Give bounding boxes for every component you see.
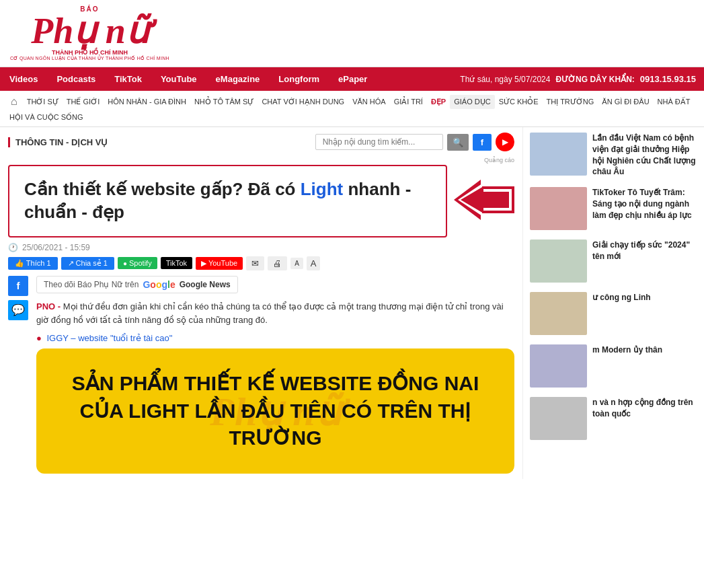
- article-inner: Theo dõi Báo Phụ Nữ trên Google Google N…: [36, 276, 514, 474]
- sidebar-text-4: ư công ng Linh: [592, 292, 651, 303]
- sidebar-text-2: TikToker Tô Tuyết Trâm: Sáng tạo nội dun…: [592, 187, 697, 221]
- cat-giao-duc[interactable]: GIÁO DỤC: [450, 95, 494, 109]
- sidebar-image-6: [530, 397, 587, 440]
- tiktok-button[interactable]: TikTok: [161, 257, 192, 269]
- sidebar-image-1: [530, 133, 587, 176]
- article-title-banner: Cần thiết kế website gấp? Đã có Light nh…: [8, 165, 514, 237]
- nav-item-longform[interactable]: Longform: [269, 67, 329, 91]
- logo-phu-nu: Phụ nữ: [31, 13, 149, 49]
- cat-the-gioi[interactable]: THẾ GIỚI: [63, 95, 104, 109]
- ad-indicator: Quảng cáo: [8, 157, 514, 163]
- cat-thi-truong[interactable]: THỊ TRƯỜNG: [543, 95, 598, 109]
- clock-icon: 🕐: [8, 243, 18, 252]
- article-title: Cần thiết kế website gấp? Đã có Light nh…: [24, 178, 431, 224]
- main-content: THÔNG TIN - DỊCH VỤ 🔍 f ▶ Quảng cáo Cần …: [0, 127, 522, 479]
- article-title-box: Cần thiết kế website gấp? Đã có Light nh…: [8, 165, 447, 237]
- search-button[interactable]: 🔍: [447, 134, 469, 151]
- home-icon[interactable]: ⌂: [5, 93, 23, 110]
- fb-share-button[interactable]: ↗ Chia sẻ 1: [61, 257, 114, 270]
- spotify-button[interactable]: ● Spotify: [118, 257, 157, 269]
- article-title-prefix: Cần thiết kế website gấp? Đã có: [24, 179, 301, 199]
- article-list-item: ● IGGY – website "tuổi trẻ tài cao": [36, 333, 514, 343]
- nav-item-podcasts[interactable]: Podcasts: [47, 67, 105, 91]
- cat-giai-tri[interactable]: GIẢI TRÍ: [390, 95, 427, 109]
- sidebar-text-6: n và n hợp cộng đồng trên toàn quốc: [592, 397, 697, 420]
- sidebar-item-5[interactable]: m Modern ủy thân: [530, 344, 697, 388]
- main-layout: THÔNG TIN - DỊCH VỤ 🔍 f ▶ Quảng cáo Cần …: [0, 127, 704, 479]
- sidebar-image-3: [530, 240, 587, 283]
- arrow-decoration: [454, 180, 514, 223]
- section-header: THÔNG TIN - DỊCH VỤ 🔍 f ▶: [8, 133, 514, 151]
- google-news-text: Theo dõi Báo Phụ Nữ trên: [44, 280, 139, 289]
- article-pno: PNO -: [36, 301, 61, 311]
- share-bar: 👍 Thích 1 ↗ Chia sẻ 1 ● Spotify TikTok ▶…: [8, 256, 514, 270]
- side-facebook-button[interactable]: f: [8, 276, 28, 296]
- youtube-share-button[interactable]: ▶ YouTube: [196, 257, 243, 270]
- hotline-number: 0913.15.93.15: [640, 74, 696, 84]
- section-title: THÔNG TIN - DỊCH VỤ: [8, 137, 108, 147]
- list-item-text: IGGY – website "tuổi trẻ tài cao": [46, 333, 172, 343]
- font-small-button[interactable]: A: [290, 258, 303, 269]
- cat-thoi-su[interactable]: THỜI SỰ: [23, 95, 63, 109]
- sidebar-item-3[interactable]: Giải chạy tiếp sức "2024" tên mới: [530, 240, 697, 283]
- font-large-button[interactable]: A: [307, 256, 321, 270]
- promo-banner: Phụ nữ SẢN PHẨM THIẾT KẾ WEBSITE ĐỒNG NA…: [36, 348, 514, 474]
- cat-dep[interactable]: ĐẸP: [427, 95, 450, 109]
- nav-item-tiktok[interactable]: TikTok: [105, 67, 151, 91]
- google-g-icon: Google: [143, 279, 175, 290]
- article-intro: PNO - Mọi thứ đều đơn giản khi chỉ cần k…: [36, 300, 514, 328]
- logo-slogan: CƠ QUAN NGÔN LUẬN CỦA THÀNH ỦY THÀNH PHỐ…: [10, 56, 169, 61]
- left-social-icons: f 💬: [8, 276, 28, 320]
- sidebar-text-5: m Modern ủy thân: [592, 344, 662, 356]
- article-intro-text: Mọi thứ đều đơn giản khi chỉ cần kéo thả…: [36, 301, 504, 326]
- cat-van-hoa[interactable]: VĂN HÓA: [348, 95, 390, 108]
- search-input[interactable]: [315, 134, 443, 150]
- category-nav: ⌂ THỜI SỰ THẾ GIỚI HÔN NHÂN - GIA ĐÌNH N…: [0, 91, 704, 127]
- youtube-social-button[interactable]: ▶: [496, 133, 514, 151]
- google-news-brand: Google News: [180, 280, 231, 289]
- sidebar-image-5: [530, 344, 587, 388]
- article-title-highlight: Light: [301, 179, 344, 199]
- cat-suc-khoe[interactable]: SỨC KHỎE: [495, 95, 543, 109]
- facebook-social-button[interactable]: f: [473, 134, 492, 151]
- header: BÁO Phụ nữ THÀNH PHỐ HỒ CHÍ MINH CƠ QUAN…: [0, 0, 704, 67]
- sidebar-item-1[interactable]: Lần đầu Việt Nam có bệnh viện đạt giải t…: [530, 133, 697, 178]
- article-meta: 🕐 25/06/2021 - 15:59: [8, 243, 514, 252]
- sidebar: Lần đầu Việt Nam có bệnh viện đạt giải t…: [522, 127, 704, 479]
- nav-date: Thứ sáu, ngày 5/07/2024: [460, 75, 550, 84]
- fb-like-button[interactable]: 👍 Thích 1: [8, 257, 58, 270]
- search-area: 🔍 f ▶: [315, 133, 514, 151]
- cat-nha-dat[interactable]: NHÀ ĐẤT: [654, 95, 695, 109]
- sidebar-image-2: [530, 187, 587, 230]
- sidebar-item-4[interactable]: ư công ng Linh: [530, 292, 697, 335]
- sidebar-item-6[interactable]: n và n hợp cộng đồng trên toàn quốc: [530, 397, 697, 440]
- sidebar-text-3: Giải chạy tiếp sức "2024" tên mới: [592, 240, 697, 262]
- red-arrow-icon: [454, 180, 514, 220]
- article-date: 25/06/2021 - 15:59: [22, 243, 90, 252]
- nav-item-emagazine[interactable]: eMagazine: [206, 67, 270, 91]
- hotline-label: ĐƯỜNG DÂY KHẨN:: [555, 75, 634, 84]
- sidebar-text-1: Lần đầu Việt Nam có bệnh viện đạt giải t…: [592, 133, 697, 178]
- google-news-follow[interactable]: Theo dõi Báo Phụ Nữ trên Google Google N…: [36, 276, 238, 293]
- logo-subtitle: THÀNH PHỐ HỒ CHÍ MINH: [52, 49, 128, 56]
- sidebar-item-2[interactable]: TikToker Tô Tuyết Trâm: Sáng tạo nội dun…: [530, 187, 697, 230]
- bullet-icon: ●: [36, 333, 42, 343]
- nav-item-videos[interactable]: Videos: [0, 67, 47, 91]
- sidebar-image-4: [530, 292, 587, 335]
- cat-an-gi[interactable]: ĂN GÌ ĐI ĐÂU: [598, 95, 653, 108]
- article-area: f 💬 Theo dõi Báo Phụ Nữ trên Google Goog…: [8, 276, 514, 474]
- nav-item-epaper[interactable]: ePaper: [329, 67, 377, 91]
- mail-button[interactable]: ✉: [246, 256, 264, 270]
- nav-item-youtube[interactable]: YouTube: [151, 67, 206, 91]
- logo[interactable]: BÁO Phụ nữ THÀNH PHỐ HỒ CHÍ MINH CƠ QUAN…: [10, 5, 169, 61]
- cat-chat[interactable]: CHAT VỚI HẠNH DUNG: [258, 95, 348, 109]
- promo-text: SẢN PHẨM THIẾT KẾ WEBSITE ĐỒNG NAI CỦA L…: [50, 370, 501, 452]
- cat-hoi[interactable]: HỘI VÀ CUỘC SỐNG: [5, 110, 87, 124]
- red-nav-right: Thứ sáu, ngày 5/07/2024 ĐƯỜNG DÂY KHẨN: …: [460, 74, 704, 84]
- side-message-button[interactable]: 💬: [8, 300, 28, 320]
- cat-nho-to[interactable]: NHỎ TÔ TÂM SỰ: [190, 95, 258, 109]
- red-nav: Videos Podcasts TikTok YouTube eMagazine…: [0, 67, 704, 91]
- cat-hon-nhan[interactable]: HÔN NHÂN - GIA ĐÌNH: [104, 95, 190, 108]
- print-button[interactable]: 🖨: [268, 256, 287, 270]
